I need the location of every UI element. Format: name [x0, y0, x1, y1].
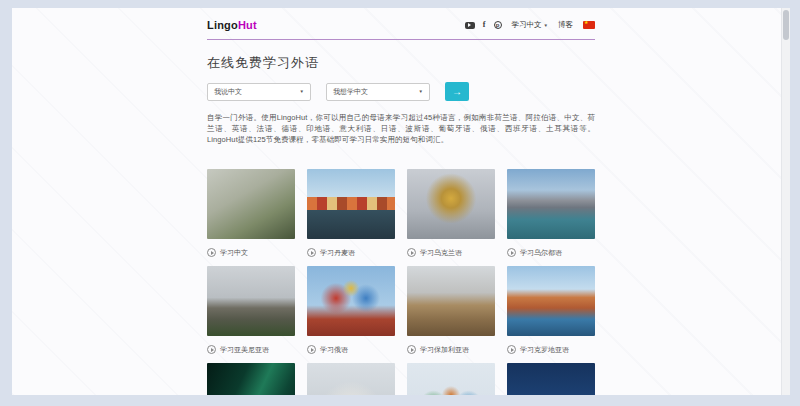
- arrow-right-icon: →: [452, 86, 462, 97]
- play-icon: [507, 248, 516, 257]
- course-card-learn-russian[interactable]: 学习俄语: [307, 266, 395, 363]
- facebook-icon[interactable]: f: [483, 21, 486, 29]
- page-panel: LingoHut f p 学习中文 ▼ 博客 ★: [12, 8, 790, 395]
- course-card-learn-danish[interactable]: 学习丹麦语: [307, 169, 395, 266]
- course-label: 学习保加利亚语: [407, 336, 495, 363]
- nyhavn-harbor-image[interactable]: [307, 169, 395, 239]
- rock-fortress-image[interactable]: [407, 266, 495, 336]
- course-card-learn-bulgarian[interactable]: 学习保加利亚语: [407, 266, 495, 363]
- learn-language-value: 我想学中文: [333, 87, 368, 97]
- speak-language-select[interactable]: 我说中文 ▼: [207, 83, 311, 101]
- language-menu-label: 学习中文: [512, 20, 542, 30]
- header-nav: f p 学习中文 ▼ 博客 ★: [465, 20, 595, 30]
- play-icon: [507, 345, 516, 354]
- speak-language-value: 我说中文: [214, 87, 242, 97]
- intro-text: 自学一门外语。使用LingoHut，你可以用自己的母语来学习超过45种语言，例如…: [207, 112, 595, 145]
- course-card-learn-urdu[interactable]: 学习乌尔都语: [507, 169, 595, 266]
- course-card-learn-armenian[interactable]: 学习亚美尼亚语: [207, 266, 295, 363]
- chevron-down-icon: ▼: [544, 23, 548, 28]
- scrollbar[interactable]: [781, 8, 790, 395]
- course-card-aurora[interactable]: [207, 363, 295, 395]
- site-header: LingoHut f p 学习中文 ▼ 博客 ★: [207, 8, 595, 40]
- go-button[interactable]: →: [445, 82, 469, 101]
- course-card-mosaic-towers[interactable]: [407, 363, 495, 395]
- china-flag-icon[interactable]: ★: [583, 21, 595, 29]
- aurora-sky-image[interactable]: [207, 363, 295, 395]
- learn-language-select[interactable]: 我想学中文 ▼: [326, 83, 430, 101]
- play-icon: [407, 248, 416, 257]
- pinterest-icon[interactable]: p: [494, 21, 502, 29]
- course-label: 学习中文: [207, 239, 295, 266]
- course-card-learn-croatian[interactable]: 学习克罗地亚语: [507, 266, 595, 363]
- course-card-cathedral[interactable]: [307, 363, 395, 395]
- play-icon: [307, 248, 316, 257]
- mountain-lake-image[interactable]: [507, 169, 595, 239]
- great-wall-image[interactable]: [207, 169, 295, 239]
- play-icon: [207, 345, 216, 354]
- course-label: 学习乌尔都语: [507, 239, 595, 266]
- page-title: 在线免费学习外语: [207, 54, 595, 72]
- stone-monastery-image[interactable]: [207, 266, 295, 336]
- course-label: 学习克罗地亚语: [507, 336, 595, 363]
- course-card-parliament[interactable]: [507, 363, 595, 395]
- social-icons: f p: [465, 21, 502, 29]
- chevron-down-icon: ▼: [300, 89, 304, 94]
- course-card-learn-ukrainian[interactable]: 学习乌克兰语: [407, 169, 495, 266]
- domed-cathedral-image[interactable]: [307, 363, 395, 395]
- play-icon: [407, 345, 416, 354]
- st-basils-cathedral-image[interactable]: [307, 266, 395, 336]
- coastal-walled-city-image[interactable]: [507, 266, 595, 336]
- scrollbar-thumb[interactable]: [783, 10, 789, 40]
- language-menu[interactable]: 学习中文 ▼: [512, 20, 548, 30]
- language-form: 我说中文 ▼ 我想学中文 ▼ →: [207, 82, 595, 101]
- course-card-learn-chinese[interactable]: 学习中文: [207, 169, 295, 266]
- golden-angel-monument-image[interactable]: [407, 169, 495, 239]
- blog-link[interactable]: 博客: [558, 20, 573, 30]
- course-label: 学习亚美尼亚语: [207, 336, 295, 363]
- parliament-at-night-image[interactable]: [507, 363, 595, 395]
- youtube-icon[interactable]: [465, 22, 475, 29]
- logo-text-lingo: Lingo: [207, 19, 238, 31]
- play-icon: [307, 345, 316, 354]
- course-label: 学习俄语: [307, 336, 395, 363]
- course-grid: 学习中文 学习丹麦语 学习乌克兰语: [207, 169, 595, 395]
- chevron-down-icon: ▼: [419, 89, 423, 94]
- course-label: 学习丹麦语: [307, 239, 395, 266]
- flag-star: ★: [584, 19, 588, 25]
- course-label: 学习乌克兰语: [407, 239, 495, 266]
- play-icon: [207, 248, 216, 257]
- mosaic-towers-image[interactable]: [407, 363, 495, 395]
- lingohut-logo[interactable]: LingoHut: [207, 19, 257, 31]
- logo-text-hut: Hut: [238, 19, 257, 31]
- blog-link-label: 博客: [558, 20, 573, 30]
